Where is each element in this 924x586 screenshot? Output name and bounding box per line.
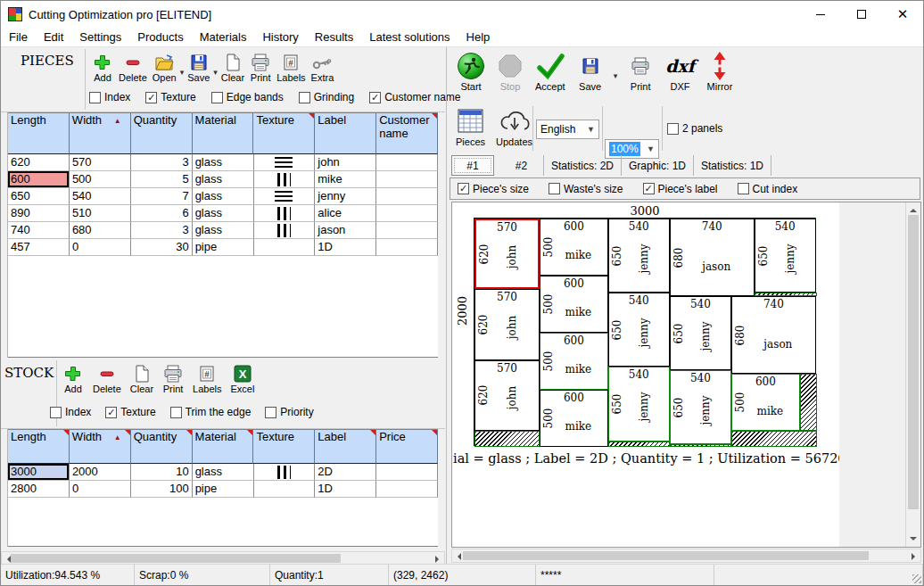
diagram-vertical-scrollbar[interactable] <box>905 202 920 547</box>
cell-material[interactable]: glass <box>193 188 254 205</box>
print-button[interactable]: Print <box>624 50 656 93</box>
menu-history[interactable]: History <box>254 28 306 46</box>
cut-piece-mike[interactable]: 600500mike <box>540 333 608 390</box>
cell-label[interactable]: alice <box>315 205 376 222</box>
resize-grip[interactable] <box>912 574 921 583</box>
table-row[interactable]: 6505407glassjenny <box>8 188 438 205</box>
column-header-quantity[interactable]: Quantity <box>131 430 193 464</box>
piece-s-label-checkbox[interactable]: ✓Piece's label <box>643 183 718 195</box>
cell-quantity[interactable]: 7 <box>131 188 193 205</box>
cut-piece-jenny[interactable]: 540650jenny <box>608 293 670 367</box>
scroll-down-icon[interactable] <box>910 537 917 544</box>
cut-piece-john[interactable]: 570620john <box>474 289 540 359</box>
cut-index-checkbox[interactable]: Cut index <box>738 183 798 195</box>
menu-file[interactable]: File <box>1 28 36 46</box>
delete-button[interactable]: Delete <box>116 51 150 84</box>
cut-piece-jenny[interactable]: 540650jenny <box>608 219 670 293</box>
cell-customer-name[interactable] <box>376 154 438 171</box>
menu-results[interactable]: Results <box>307 28 361 46</box>
mirror-button[interactable]: Mirror <box>704 50 736 93</box>
cell-label[interactable]: 1D <box>315 481 376 498</box>
tab-statistics-1d[interactable]: Statistics: 1D <box>694 155 771 176</box>
table-row[interactable]: 7406803glassjason <box>8 222 438 239</box>
cell-material[interactable]: glass <box>193 464 254 481</box>
save-dropdown-caret[interactable]: ▾ <box>213 59 218 77</box>
cell-quantity[interactable]: 100 <box>131 481 193 498</box>
scroll-up-icon[interactable] <box>910 205 917 212</box>
column-header-texture[interactable]: Texture <box>253 113 315 154</box>
cell-texture[interactable] <box>254 222 316 239</box>
pieces-button[interactable]: Pieces <box>453 105 488 148</box>
cell-material[interactable]: pipe <box>193 239 254 256</box>
cell-material[interactable]: glass <box>193 205 254 222</box>
add-button[interactable]: Add <box>89 51 116 84</box>
menu-materials[interactable]: Materials <box>192 28 255 46</box>
waste-s-size-checkbox[interactable]: Waste's size <box>549 183 623 195</box>
cell-width[interactable]: 500 <box>70 171 131 188</box>
dxf-button[interactable]: dxfDXF <box>663 50 697 93</box>
table-row[interactable]: 6005005glassmike <box>8 171 438 188</box>
cell-width[interactable]: 0 <box>70 239 131 256</box>
maximize-button[interactable] <box>841 1 882 28</box>
cell-customer-name[interactable] <box>376 239 438 256</box>
tab-graphic-1d[interactable]: Graphic: 1D <box>622 155 694 176</box>
stock-table-left-scrollbar[interactable] <box>1 429 8 547</box>
excel-button[interactable]: XExcel <box>228 362 258 395</box>
cell-texture[interactable] <box>254 171 316 188</box>
tab-statistics-2d[interactable]: Statistics: 2D <box>544 155 622 176</box>
cut-piece-mike[interactable]: 600500mike <box>540 219 608 276</box>
customer-name-checkbox[interactable]: ✓Customer name <box>369 91 460 103</box>
cell-customer-name[interactable] <box>376 188 438 205</box>
delete-button[interactable]: Delete <box>90 362 124 395</box>
cell-length[interactable]: 740 <box>8 222 70 239</box>
cell-width[interactable]: 510 <box>70 205 131 222</box>
cut-piece-jason[interactable]: 740680jason <box>731 296 816 374</box>
extra-button[interactable]: Extra <box>309 51 337 84</box>
print-button[interactable]: Print <box>160 362 186 395</box>
cell-quantity[interactable]: 6 <box>131 205 193 222</box>
column-header-length[interactable]: Length <box>8 430 70 464</box>
save-dropdown-caret[interactable]: ▾ <box>614 62 618 80</box>
cut-piece-jenny[interactable]: 540650jenny <box>608 367 670 441</box>
piece-s-size-checkbox[interactable]: ✓Piece's size <box>458 183 529 195</box>
cell-price[interactable] <box>376 481 438 498</box>
column-header-label[interactable]: Label <box>315 430 376 464</box>
save-button[interactable]: Save <box>185 51 212 84</box>
cell-quantity[interactable]: 10 <box>131 464 193 481</box>
add-button[interactable]: Add <box>60 362 87 395</box>
cell-width[interactable]: 2000 <box>70 464 131 481</box>
menu-products[interactable]: Products <box>129 28 191 46</box>
table-row[interactable]: 6205703glassjohn <box>8 154 438 171</box>
cell-length[interactable]: 620 <box>8 154 70 171</box>
close-button[interactable]: ✕ <box>882 1 923 28</box>
clear-button[interactable]: Clear <box>128 362 156 395</box>
cell-label[interactable]: 2D <box>315 464 376 481</box>
cut-piece-jenny[interactable]: 540650jenny <box>755 219 816 293</box>
cell-price[interactable] <box>376 464 438 481</box>
scroll-left-icon[interactable] <box>4 556 11 563</box>
cell-label[interactable]: jason <box>315 222 376 239</box>
trim-the-edge-checkbox[interactable]: Trim the edge <box>170 406 252 418</box>
print-button[interactable]: Print <box>247 51 274 84</box>
cell-material[interactable]: glass <box>193 154 254 171</box>
cut-piece-jason[interactable]: 740680jason <box>670 219 755 296</box>
table-row[interactable]: 457030pipe1D <box>8 239 438 256</box>
table-row[interactable]: 8905106glassalice <box>8 205 438 222</box>
column-header-texture[interactable]: Texture <box>253 430 315 464</box>
cut-piece-jenny[interactable]: 540650jenny <box>670 296 731 370</box>
texture-checkbox[interactable]: ✓Texture <box>105 406 155 418</box>
menu-latest-solutions[interactable]: Latest solutions <box>361 28 458 46</box>
texture-checkbox[interactable]: ✓Texture <box>145 91 195 103</box>
column-header-label[interactable]: Label <box>315 113 376 154</box>
clear-button[interactable]: Clear <box>219 51 247 84</box>
labels-button[interactable]: #Labels <box>274 51 308 84</box>
column-header-material[interactable]: Material <box>193 430 254 464</box>
cell-quantity[interactable]: 5 <box>131 171 193 188</box>
cell-customer-name[interactable] <box>376 222 438 239</box>
menu-edit[interactable]: Edit <box>36 28 71 46</box>
column-header-customer-name[interactable]: Customer name <box>376 113 438 154</box>
column-header-width[interactable]: Width▲ <box>70 430 131 464</box>
menu-help[interactable]: Help <box>458 28 499 46</box>
cell-length[interactable]: 650 <box>8 188 70 205</box>
scroll-left-icon[interactable] <box>454 553 461 560</box>
